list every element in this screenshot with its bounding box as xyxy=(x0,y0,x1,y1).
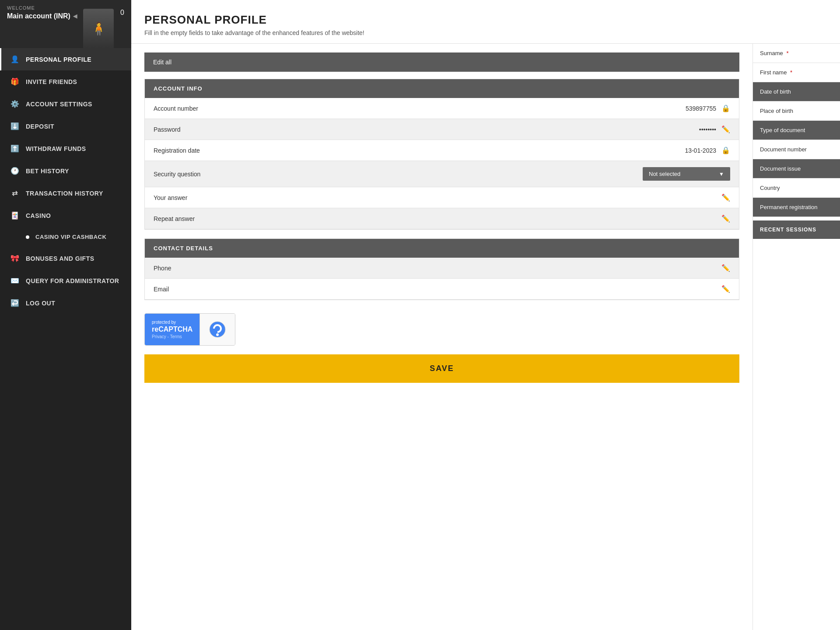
nav-icon-deposit: ⬇️ xyxy=(10,122,20,130)
pencil-icon-phone[interactable]: ✏️ xyxy=(721,264,730,272)
recaptcha-left: protected by reCAPTCHA Privacy - Terms xyxy=(145,314,200,345)
field-value-account-number: 539897755 xyxy=(686,105,716,112)
pencil-icon-repeat-answer[interactable]: ✏️ xyxy=(721,214,730,223)
sidebar-item-query-for-administrator[interactable]: ✉️QUERY FOR ADMINISTRATOR xyxy=(0,270,131,292)
field-label-email: Email xyxy=(154,286,721,293)
security-question-value: Not selected xyxy=(649,171,680,177)
field-registration-date: Registration date 13-01-2023 🔒 xyxy=(145,140,739,161)
recaptcha-right xyxy=(200,314,235,345)
pencil-icon-your-answer[interactable]: ✏️ xyxy=(721,193,730,202)
sidebar-item-label: BET HISTORY xyxy=(26,168,69,175)
sidebar-item-label: BONUSES AND GIFTS xyxy=(26,255,94,262)
recaptcha-logo-icon xyxy=(209,321,226,338)
sidebar-item-personal-profile[interactable]: 👤PERSONAL PROFILE xyxy=(0,48,131,70)
svg-point-1 xyxy=(216,333,219,336)
field-label-registration-date: Registration date xyxy=(154,147,685,154)
field-label-your-answer: Your answer xyxy=(154,194,721,201)
right-field-country[interactable]: Country xyxy=(753,178,840,198)
lock-icon-registration: 🔒 xyxy=(721,146,730,154)
recaptcha-label: reCAPTCHA xyxy=(152,326,192,333)
field-label-security-question: Security question xyxy=(154,171,643,178)
account-info-header: ACCOUNT INFO xyxy=(145,79,739,98)
right-panel: Surname * First name * Date of birth Pla… xyxy=(752,44,840,630)
pencil-icon-password[interactable]: ✏️ xyxy=(721,125,730,133)
nav-icon-transaction-history: ⇄ xyxy=(10,189,20,197)
right-field-country-label: Country xyxy=(760,185,780,191)
security-question-select[interactable]: Not selected ▼ xyxy=(643,167,730,181)
field-password: Password •••••••• ✏️ xyxy=(145,119,739,140)
right-field-place-of-birth-label: Place of birth xyxy=(760,108,793,114)
sidebar-item-invite-friends[interactable]: 🎁INVITE FRIENDS xyxy=(0,70,131,93)
field-account-number: Account number 539897755 🔒 xyxy=(145,98,739,119)
page-header: PERSONAL PROFILE Fill in the empty field… xyxy=(131,0,840,44)
right-field-permanent-registration[interactable]: Permanent registration xyxy=(753,198,840,217)
sidebar: WELCOME Main account (INR) ◀ 0 🧍 👤PERSON… xyxy=(0,0,131,630)
sidebar-item-label: LOG OUT xyxy=(26,300,55,307)
nav-icon-bonuses-and-gifts: 🎀 xyxy=(10,254,20,262)
field-your-answer: Your answer ✏️ xyxy=(145,187,739,208)
surname-required-star: * xyxy=(786,50,788,56)
first-name-required-star: * xyxy=(790,69,792,76)
right-field-type-of-document-label: Type of document xyxy=(760,127,805,133)
right-field-place-of-birth[interactable]: Place of birth xyxy=(753,102,840,121)
field-label-phone: Phone xyxy=(154,265,721,272)
right-field-first-name[interactable]: First name * xyxy=(753,63,840,82)
sidebar-item-bonuses-and-gifts[interactable]: 🎀BONUSES AND GIFTS xyxy=(0,247,131,270)
account-info-section: ACCOUNT INFO Account number 539897755 🔒 … xyxy=(144,79,739,230)
bullet-icon xyxy=(26,235,29,239)
right-field-type-of-document[interactable]: Type of document xyxy=(753,121,840,140)
field-label-password: Password xyxy=(154,126,699,133)
nav-icon-query-for-administrator: ✉️ xyxy=(10,276,20,285)
save-button[interactable]: SAVE xyxy=(144,354,739,383)
sidebar-item-label: ACCOUNT SETTINGS xyxy=(26,101,92,108)
recaptcha-privacy-terms[interactable]: Privacy - Terms xyxy=(152,334,192,339)
field-label-repeat-answer: Repeat answer xyxy=(154,215,721,222)
left-panel: Edit all ACCOUNT INFO Account number 539… xyxy=(131,44,752,630)
nav-icon-casino: 🃏 xyxy=(10,211,20,220)
sidebar-item-withdraw-funds[interactable]: ⬆️WITHDRAW FUNDS xyxy=(0,137,131,160)
right-field-document-number-label: Document number xyxy=(760,146,807,153)
sidebar-item-label: WITHDRAW FUNDS xyxy=(26,145,86,152)
contact-details-section: CONTACT DETAILS Phone ✏️ Email ✏️ xyxy=(144,238,739,300)
sidebar-item-label: QUERY FOR ADMINISTRATOR xyxy=(26,277,119,284)
sidebar-item-casino[interactable]: 🃏CASINO xyxy=(0,204,131,227)
account-arrow-icon: ◀ xyxy=(73,13,77,19)
sidebar-item-label: TRANSACTION HISTORY xyxy=(26,190,103,197)
nav-icon-bet-history: 🕐 xyxy=(10,167,20,175)
right-field-date-of-birth[interactable]: Date of birth xyxy=(753,82,840,102)
sidebar-item-deposit[interactable]: ⬇️DEPOSIT xyxy=(0,115,131,137)
field-email: Email ✏️ xyxy=(145,279,739,300)
right-field-document-issue[interactable]: Document issue xyxy=(753,159,840,178)
recaptcha-box: protected by reCAPTCHA Privacy - Terms xyxy=(144,313,235,346)
sidebar-item-label: CASINO xyxy=(26,212,51,219)
field-phone: Phone ✏️ xyxy=(145,258,739,279)
nav-icon-log-out: ↩️ xyxy=(10,299,20,307)
sidebar-item-bet-history[interactable]: 🕐BET HISTORY xyxy=(0,160,131,182)
content-area: Edit all ACCOUNT INFO Account number 539… xyxy=(131,44,840,630)
right-field-surname[interactable]: Surname * xyxy=(753,44,840,63)
field-label-account-number: Account number xyxy=(154,105,686,112)
sidebar-item-transaction-history[interactable]: ⇄TRANSACTION HISTORY xyxy=(0,182,131,204)
nav-icon-withdraw-funds: ⬆️ xyxy=(10,144,20,153)
field-value-password: •••••••• xyxy=(699,126,716,133)
field-value-registration-date: 13-01-2023 xyxy=(685,147,716,154)
pencil-icon-email[interactable]: ✏️ xyxy=(721,285,730,293)
sidebar-item-label: INVITE FRIENDS xyxy=(26,78,77,85)
recaptcha-protected-by: protected by xyxy=(152,320,192,325)
right-field-first-name-label: First name xyxy=(760,69,787,76)
sidebar-header: WELCOME Main account (INR) ◀ 0 🧍 xyxy=(0,0,131,48)
sidebar-item-log-out[interactable]: ↩️LOG OUT xyxy=(0,292,131,314)
sidebar-item-label: PERSONAL PROFILE xyxy=(26,56,91,63)
lock-icon: 🔒 xyxy=(721,104,730,112)
sidebar-item-label: CASINO VIP CASHBACK xyxy=(35,234,106,240)
right-field-document-number[interactable]: Document number xyxy=(753,140,840,159)
chevron-down-icon: ▼ xyxy=(719,171,724,177)
page-subtitle: Fill in the empty fields to take advanta… xyxy=(144,29,827,36)
sidebar-item-casino-vip-cashback[interactable]: CASINO VIP CASHBACK xyxy=(0,227,131,247)
edit-all-bar[interactable]: Edit all xyxy=(144,52,739,72)
recent-sessions-bar[interactable]: RECENT SESSIONS xyxy=(753,220,840,239)
sidebar-item-account-settings[interactable]: ⚙️ACCOUNT SETTINGS xyxy=(0,93,131,115)
page-title: PERSONAL PROFILE xyxy=(144,13,827,27)
contact-details-header: CONTACT DETAILS xyxy=(145,239,739,258)
field-repeat-answer: Repeat answer ✏️ xyxy=(145,208,739,229)
